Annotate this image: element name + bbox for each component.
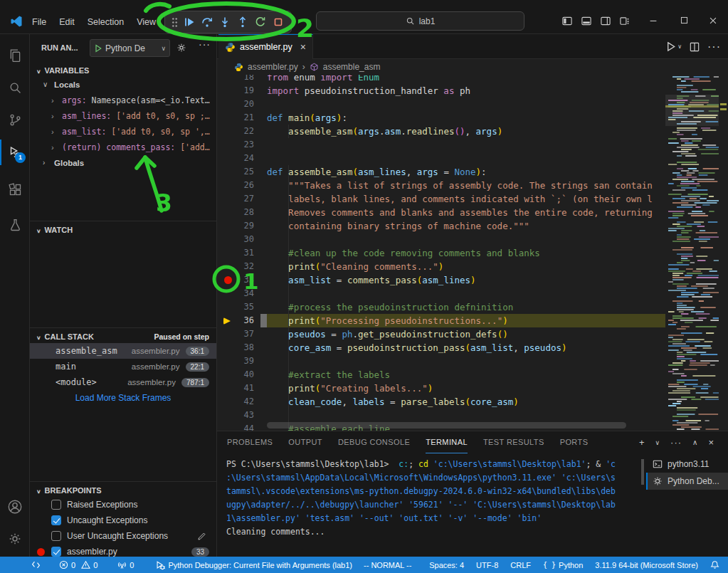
- command-center-search[interactable]: lab1: [316, 11, 524, 31]
- line-number[interactable]: 30: [217, 233, 254, 246]
- maximize-icon[interactable]: [680, 16, 689, 25]
- debug-step-out-button[interactable]: [236, 16, 249, 28]
- line-number[interactable]: 19: [217, 84, 254, 98]
- panel-tab-output[interactable]: OUTPUT: [288, 431, 322, 453]
- line-number[interactable]: 38: [217, 341, 254, 354]
- code-line[interactable]: 23: [217, 138, 665, 152]
- debugger-status[interactable]: Python Debugger: Current File with Argum…: [155, 560, 352, 570]
- encoding-status[interactable]: UTF-8: [476, 561, 498, 569]
- code-line[interactable]: 21def main(args):: [217, 111, 665, 125]
- run-python-file-icon[interactable]: ∨: [665, 41, 682, 52]
- line-number[interactable]: 32: [217, 260, 254, 273]
- toggle-panel-icon[interactable]: [581, 16, 592, 26]
- terminal-instance-row[interactable]: python3.11: [646, 456, 728, 473]
- breakpoint-row[interactable]: Uncaught Exceptions: [30, 512, 216, 528]
- line-number[interactable]: 39: [217, 354, 254, 368]
- ports-indicator[interactable]: 0: [117, 560, 134, 569]
- breakpoint-checkbox[interactable]: [51, 531, 61, 541]
- debug-stop-button[interactable]: [272, 16, 285, 28]
- code-line[interactable]: 34: [217, 287, 665, 300]
- call-stack-frame[interactable]: assemble_asmassembler.py36:1: [30, 343, 216, 359]
- line-number[interactable]: 22: [217, 125, 254, 138]
- menu-item-file[interactable]: File: [26, 14, 53, 30]
- code-line[interactable]: 33 asm_list = comments_pass(asm_lines): [217, 273, 665, 287]
- line-number[interactable]: 36: [217, 314, 254, 327]
- eol-status[interactable]: CRLF: [510, 561, 531, 569]
- line-number[interactable]: 40: [217, 368, 254, 382]
- line-number[interactable]: 23: [217, 138, 254, 152]
- terminal-output[interactable]: PS C:\Users\stammsl\Desktop\lab1> c:; cd…: [226, 458, 643, 557]
- breakpoint-checkbox[interactable]: [51, 515, 61, 525]
- terminal-scrollbar[interactable]: [641, 459, 644, 485]
- minimap[interactable]: [665, 75, 719, 431]
- code-line[interactable]: 25def assemble_asm(asm_lines, args = Non…: [217, 165, 665, 179]
- variable-row[interactable]: ›(return) comments_pass: ['add…: [30, 140, 216, 155]
- minimize-icon[interactable]: [648, 16, 658, 26]
- line-number[interactable]: 44: [217, 422, 254, 431]
- breadcrumb-file[interactable]: assembler.py: [248, 62, 298, 72]
- code-line[interactable]: 30: [217, 233, 665, 246]
- vim-mode-indicator[interactable]: -- NORMAL --: [364, 561, 411, 569]
- close-icon[interactable]: [708, 16, 718, 26]
- watch-section-header[interactable]: ∨WATCH: [30, 222, 216, 238]
- debug-config-dropdown[interactable]: Python De ∨: [90, 39, 170, 57]
- breakpoint-row[interactable]: Raised Exceptions: [30, 497, 216, 512]
- line-number[interactable]: 24: [217, 152, 254, 165]
- menu-item-selection[interactable]: Selection: [81, 14, 130, 30]
- breakpoint-checkbox[interactable]: [51, 500, 61, 510]
- code-line[interactable]: 40 #extract the labels: [217, 368, 665, 382]
- variable-row[interactable]: ›asm_lines: ['add t0, s0, sp ;…: [30, 108, 216, 124]
- indentation-status[interactable]: Spaces: 4: [429, 561, 464, 569]
- extensions-icon[interactable]: [0, 175, 30, 204]
- start-debug-icon[interactable]: [94, 44, 102, 53]
- tab-assembler-py[interactable]: assembler.py ×: [218, 34, 313, 59]
- terminal-dropdown-icon[interactable]: ∨: [655, 439, 660, 446]
- variables-group-globals[interactable]: ›Globals: [30, 155, 216, 171]
- variables-section-header[interactable]: ∨VARIABLES: [30, 63, 216, 78]
- code-line[interactable]: 29 containing binary strings of machine …: [217, 219, 665, 233]
- code-line[interactable]: 36 print("Processing pseudoinstructions.…: [217, 314, 665, 327]
- panel-tab-test-results[interactable]: TEST RESULTS: [483, 431, 544, 453]
- line-number[interactable]: 35: [217, 300, 254, 314]
- line-number[interactable]: 41: [217, 382, 254, 395]
- code-line[interactable]: 37 pseudos = ph.get_pseudoinstruction_de…: [217, 327, 665, 341]
- debug-step-into-button[interactable]: [218, 16, 231, 28]
- terminal-instance-row[interactable]: Python Deb...: [646, 473, 728, 490]
- line-number[interactable]: 34: [217, 287, 254, 300]
- run-debug-icon[interactable]: [0, 138, 30, 167]
- maximize-panel-icon[interactable]: ∧: [692, 438, 697, 446]
- chevron-down-icon[interactable]: ∨: [677, 43, 682, 50]
- code-line[interactable]: 35 #process the pseudoinstruction defnin…: [217, 300, 665, 314]
- code-line[interactable]: 32 print("Cleaning comments..."): [217, 260, 665, 273]
- line-number[interactable]: 29: [217, 219, 254, 233]
- sidebar-more-actions-icon[interactable]: ···: [199, 38, 211, 50]
- debug-restart-button[interactable]: [254, 16, 267, 28]
- panel-more-actions-icon[interactable]: ···: [670, 437, 682, 448]
- problems-indicator[interactable]: 0 0: [59, 560, 97, 569]
- notifications-bell-icon[interactable]: [710, 560, 719, 569]
- settings-gear-icon[interactable]: [0, 525, 30, 553]
- menu-item-edit[interactable]: Edit: [53, 14, 81, 30]
- editor-more-actions-icon[interactable]: ···: [707, 41, 721, 53]
- code-line[interactable]: 19import pseudoinstruction_handler as ph: [217, 84, 665, 98]
- variable-row[interactable]: ›args: Namespace(asm=<_io.Text…: [30, 93, 216, 108]
- code-line[interactable]: 43: [217, 409, 665, 422]
- line-number[interactable]: 21: [217, 111, 254, 125]
- line-number[interactable]: 25: [217, 165, 254, 179]
- breakpoint-row[interactable]: assembler.py33: [30, 544, 216, 557]
- split-editor-icon[interactable]: [690, 42, 700, 52]
- minimap-slider[interactable]: [665, 95, 719, 126]
- new-terminal-icon[interactable]: +: [639, 437, 645, 448]
- line-number[interactable]: 28: [217, 206, 254, 219]
- explorer-icon[interactable]: [0, 41, 30, 70]
- toggle-secondary-sidebar-icon[interactable]: [600, 16, 611, 26]
- variable-row[interactable]: ›asm_list: ['add t0, s0, sp ',…: [30, 124, 216, 140]
- account-icon[interactable]: [0, 493, 30, 521]
- panel-tab-terminal[interactable]: TERMINAL: [426, 431, 468, 453]
- variables-group-locals[interactable]: ∨Locals: [30, 77, 216, 93]
- drag-handle-icon[interactable]: [172, 17, 178, 28]
- vertical-scrollbar[interactable]: [719, 75, 728, 431]
- menu-item-view[interactable]: View: [130, 14, 162, 30]
- panel-tab-debug-console[interactable]: DEBUG CONSOLE: [338, 431, 410, 453]
- call-stack-frame[interactable]: mainassembler.py22:1: [30, 359, 216, 374]
